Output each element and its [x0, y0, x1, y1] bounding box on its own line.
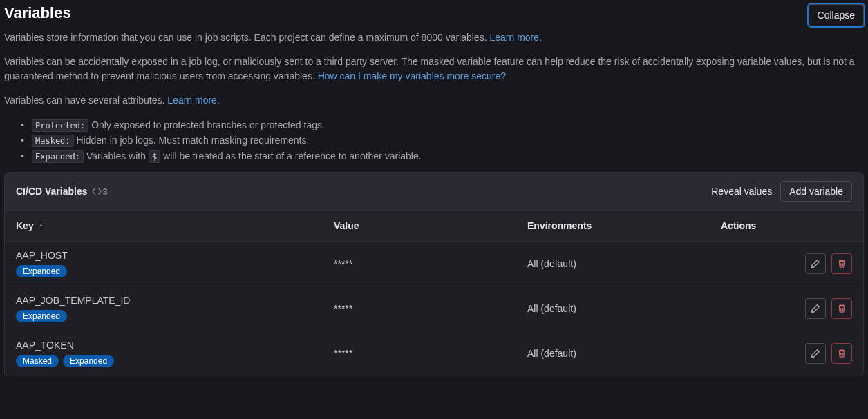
list-item: Protected: Only exposed to protected bra…: [21, 117, 864, 133]
column-key[interactable]: Key ↑: [16, 220, 334, 231]
variable-value: *****: [334, 348, 352, 359]
warning-paragraph: Variables can be accidentally exposed in…: [4, 55, 864, 84]
variable-environment: All (default): [527, 303, 576, 314]
copy-env-button[interactable]: [582, 303, 585, 306]
variable-key: AAP_JOB_TEMPLATE_ID: [16, 295, 130, 306]
list-item: Masked: Hidden in job logs. Must match m…: [21, 133, 864, 148]
column-key-label: Key: [16, 220, 34, 231]
protected-label: Protected:: [32, 119, 88, 132]
badge-expanded: Expanded: [16, 265, 67, 277]
badge-expanded: Expanded: [16, 310, 67, 322]
copy-value-button[interactable]: [358, 303, 361, 306]
table-row: AAP_JOB_TEMPLATE_ID Expanded ***** All (…: [5, 286, 863, 331]
copy-key-button[interactable]: [79, 344, 82, 347]
edit-button[interactable]: [805, 298, 826, 319]
edit-button[interactable]: [805, 343, 826, 364]
copy-value-button[interactable]: [358, 348, 361, 351]
card-header: CI/CD Variables 3 Reveal values Add vari…: [5, 173, 863, 210]
column-environments: Environments: [527, 220, 721, 231]
column-actions: Actions: [721, 220, 852, 231]
secure-variables-link[interactable]: How can I make my variables more secure?: [318, 70, 506, 81]
reveal-values-button[interactable]: Reveal values: [711, 186, 772, 197]
attributes-learn-more-link[interactable]: Learn more.: [167, 95, 219, 106]
badge-expanded: Expanded: [63, 355, 114, 367]
variable-environment: All (default): [527, 258, 576, 269]
intro-text: Variables store information that you can…: [4, 32, 487, 43]
attributes-intro-paragraph: Variables can have several attributes. L…: [4, 93, 864, 108]
add-variable-button[interactable]: Add variable: [780, 181, 852, 202]
copy-key-button[interactable]: [135, 299, 138, 302]
expanded-desc-a: Variables with: [84, 150, 149, 162]
edit-button[interactable]: [805, 253, 826, 274]
masked-desc: Hidden in job logs. Must match masking r…: [74, 135, 310, 146]
learn-more-link[interactable]: Learn more.: [489, 32, 541, 43]
dollar-code: $: [149, 150, 160, 163]
variable-environment: All (default): [527, 348, 576, 359]
copy-env-button[interactable]: [582, 348, 585, 351]
table-header: Key ↑ Value Environments Actions: [5, 210, 863, 241]
variable-key: AAP_HOST: [16, 250, 68, 261]
delete-button[interactable]: [831, 253, 852, 274]
code-icon: 3: [92, 186, 108, 197]
column-value: Value: [334, 220, 527, 231]
delete-button[interactable]: [831, 298, 852, 319]
variables-card: CI/CD Variables 3 Reveal values Add vari…: [4, 172, 864, 376]
delete-button[interactable]: [831, 343, 852, 364]
card-title: CI/CD Variables: [16, 186, 88, 197]
copy-value-button[interactable]: [358, 258, 361, 261]
badge-masked: Masked: [16, 355, 59, 367]
variable-count: 3: [103, 186, 108, 197]
attributes-intro: Variables can have several attributes.: [4, 95, 164, 106]
protected-desc: Only exposed to protected branches or pr…: [88, 119, 325, 130]
table-row: AAP_HOST Expanded ***** All (default): [5, 241, 863, 286]
variable-value: *****: [334, 258, 352, 269]
page-title: Variables: [4, 4, 71, 22]
expanded-desc-b: will be treated as the start of a refere…: [160, 150, 421, 162]
intro-paragraph: Variables store information that you can…: [4, 30, 864, 45]
attributes-list: Protected: Only exposed to protected bra…: [21, 117, 864, 164]
collapse-button[interactable]: Collapse: [809, 4, 864, 26]
masked-label: Masked:: [32, 135, 74, 147]
sort-arrow-icon: ↑: [39, 222, 44, 230]
list-item: Expanded: Variables with $ will be treat…: [21, 148, 864, 164]
expanded-label: Expanded:: [32, 150, 84, 163]
variable-value: *****: [334, 303, 352, 314]
variable-key: AAP_TOKEN: [16, 340, 74, 351]
copy-key-button[interactable]: [73, 254, 76, 257]
copy-env-button[interactable]: [582, 258, 585, 261]
table-row: AAP_TOKEN MaskedExpanded ***** All (defa…: [5, 331, 863, 376]
